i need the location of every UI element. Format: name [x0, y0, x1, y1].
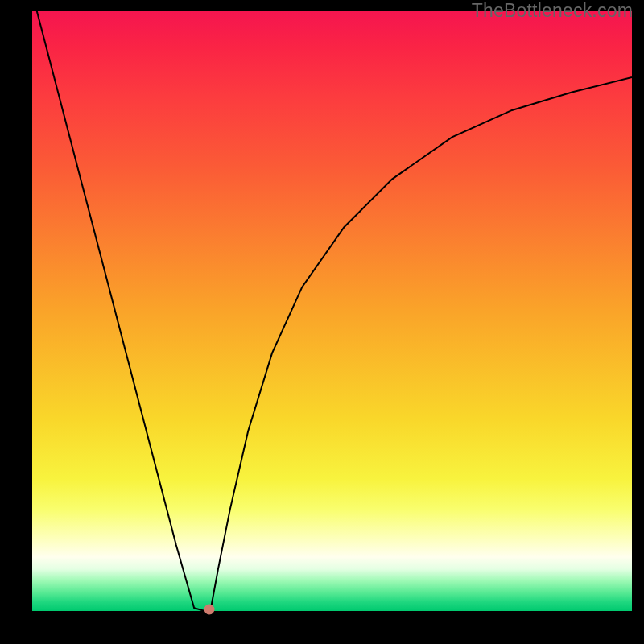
- chart-frame: TheBottleneck.com: [0, 0, 644, 644]
- plot-area: [32, 11, 632, 611]
- minimum-marker: [204, 604, 214, 614]
- watermark-text: TheBottleneck.com: [472, 0, 633, 22]
- bottleneck-curve: [32, 11, 632, 611]
